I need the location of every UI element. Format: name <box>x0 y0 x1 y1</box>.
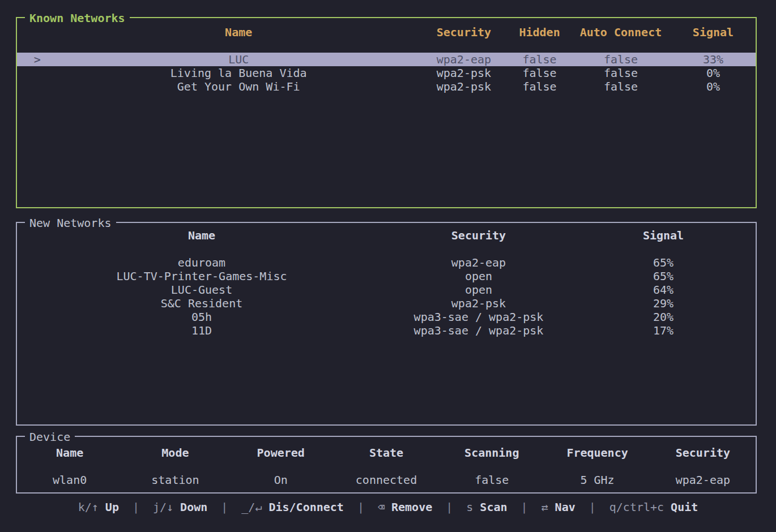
key-hint: | <box>511 500 538 514</box>
network-signal: 65% <box>571 256 756 269</box>
key-hint-keys: k/↑ <box>78 500 99 514</box>
known-networks-rows: > LUC wpa2-eap false false 33% Living la… <box>17 53 756 93</box>
new-networks-title: New Networks <box>25 216 116 230</box>
device-mode: station <box>122 473 228 487</box>
network-security: wpa2-psk <box>420 66 508 80</box>
network-security: wpa3-sae / wpa2-psk <box>386 324 571 337</box>
network-hidden: false <box>508 66 571 80</box>
selection-marker: > <box>17 53 58 66</box>
known-networks-header-row: Name Security Hidden Auto Connect Signal <box>17 25 756 39</box>
key-hint-label: Up <box>105 500 119 514</box>
network-name: 05h <box>17 310 386 324</box>
known-networks-title: Known Networks <box>25 11 130 25</box>
key-hint: | <box>347 500 374 514</box>
key-hint-separator: | <box>589 500 596 514</box>
network-signal: 0% <box>671 66 756 80</box>
key-hint: | <box>436 500 463 514</box>
network-name: LUC-Guest <box>17 283 386 297</box>
new-networks-panel: New Networks Name Security Signal eduroa… <box>16 222 757 426</box>
new-network-row[interactable]: 05h wpa3-sae / wpa2-psk 20% <box>17 310 756 324</box>
device-title: Device <box>25 430 75 444</box>
network-signal: 20% <box>571 310 756 324</box>
network-security: wpa2-eap <box>386 256 571 269</box>
device-name: wlan0 <box>17 473 122 487</box>
key-hint-separator: | <box>357 500 364 514</box>
device-state: connected <box>334 473 439 487</box>
key-hint: _/↵ Dis/Connect <box>238 500 347 514</box>
key-hint: k/↑ Up <box>75 500 122 514</box>
network-security: wpa3-sae / wpa2-psk <box>386 310 571 324</box>
key-hint-separator: | <box>133 500 139 514</box>
column-header-signal: Signal <box>571 229 756 242</box>
key-hint: j/↓ Down <box>150 500 211 514</box>
new-networks-rows: eduroam wpa2-eap 65% LUC-TV-Printer-Game… <box>17 256 756 337</box>
column-header-hidden: Hidden <box>508 25 571 39</box>
new-network-row[interactable]: 11D wpa3-sae / wpa2-psk 17% <box>17 324 756 337</box>
new-network-row[interactable]: S&C Resident wpa2-psk 29% <box>17 297 756 310</box>
network-name: LUC <box>58 53 420 66</box>
device-frequency: 5 GHz <box>544 473 650 487</box>
column-header-powered: Powered <box>228 446 334 460</box>
new-network-row[interactable]: eduroam wpa2-eap 65% <box>17 256 756 269</box>
network-auto-connect: false <box>571 53 671 66</box>
device-header-row: Name Mode Powered State Scanning Frequen… <box>17 446 756 460</box>
key-hint: | <box>579 500 606 514</box>
network-signal: 0% <box>671 80 756 93</box>
known-networks-panel: Known Networks Name Security Hidden Auto… <box>16 17 757 208</box>
key-hint-keys: s <box>466 500 473 514</box>
key-hint-keys: ⇄ <box>542 500 548 514</box>
key-hint-label: Remove <box>391 500 432 514</box>
column-header-signal: Signal <box>671 25 756 39</box>
known-networks-table: Name Security Hidden Auto Connect Signal… <box>17 18 756 93</box>
network-signal: 33% <box>671 53 756 66</box>
key-hint-keys: q/ctrl+c <box>609 500 664 514</box>
column-header-name: Name <box>17 229 386 242</box>
network-security: wpa2-psk <box>420 80 508 93</box>
key-hint-keys: _/↵ <box>241 500 262 514</box>
network-security: open <box>386 283 571 297</box>
network-signal: 64% <box>571 283 756 297</box>
network-hidden: false <box>508 53 571 66</box>
network-signal: 65% <box>571 269 756 283</box>
network-auto-connect: false <box>571 66 671 80</box>
key-hint-separator: | <box>521 500 528 514</box>
network-security: open <box>386 269 571 283</box>
key-hint-label: Quit <box>671 500 698 514</box>
device-row: wlan0 station On connected false 5 GHz w… <box>17 473 756 487</box>
key-hint: ⇄ Nav <box>538 500 579 514</box>
new-networks-table: Name Security Signal eduroam wpa2-eap 65… <box>17 223 756 337</box>
column-header-mode: Mode <box>122 446 228 460</box>
network-name: Get Your Own Wi-Fi <box>58 80 420 93</box>
key-hint-keys: ⌫ <box>378 500 385 514</box>
network-name: S&C Resident <box>17 297 386 310</box>
spacer <box>17 460 756 473</box>
column-header-security: Security <box>386 229 571 242</box>
key-hint: | <box>122 500 150 514</box>
network-name: Living la Buena Vida <box>58 66 420 80</box>
known-network-row[interactable]: Living la Buena Vida wpa2-psk false fals… <box>17 66 756 80</box>
key-hint-label: Nav <box>555 500 575 514</box>
network-security: wpa2-psk <box>386 297 571 310</box>
key-hint: q/ctrl+c Quit <box>606 500 702 514</box>
key-hint: s Scan <box>463 500 510 514</box>
key-hint-label: Scan <box>480 500 507 514</box>
known-network-row[interactable]: > LUC wpa2-eap false false 33% <box>17 53 756 66</box>
key-hint-label: Down <box>180 500 207 514</box>
new-network-row[interactable]: LUC-TV-Printer-Games-Misc open 65% <box>17 269 756 283</box>
device-security: wpa2-eap <box>650 473 756 487</box>
network-signal: 29% <box>571 297 756 310</box>
device-scanning: false <box>439 473 544 487</box>
column-header-name: Name <box>58 25 420 39</box>
column-header-auto-connect: Auto Connect <box>571 25 671 39</box>
device-panel: Device Name Mode Powered State Scanning … <box>16 436 757 494</box>
column-header-frequency: Frequency <box>544 446 650 460</box>
known-network-row[interactable]: Get Your Own Wi-Fi wpa2-psk false false … <box>17 80 756 93</box>
key-hint: | <box>211 500 238 514</box>
new-network-row[interactable]: LUC-Guest open 64% <box>17 283 756 297</box>
column-header-name: Name <box>17 446 122 460</box>
network-name: eduroam <box>17 256 386 269</box>
key-hint-separator: | <box>221 500 228 514</box>
column-header-state: State <box>334 446 439 460</box>
column-header-scanning: Scanning <box>439 446 544 460</box>
keyboard-hint-bar: k/↑ Up | j/↓ Down | _/↵ Dis/Connect <box>0 500 776 514</box>
